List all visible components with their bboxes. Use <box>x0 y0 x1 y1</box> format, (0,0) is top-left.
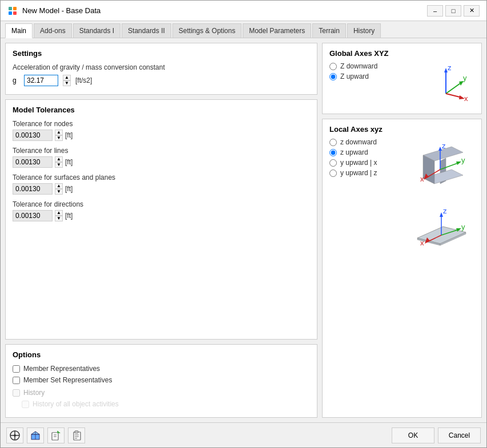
local-z-up-label: z upward <box>340 148 368 156</box>
clipboard-icon-btn[interactable] <box>68 427 85 443</box>
tab-main[interactable]: Main <box>5 23 33 38</box>
tol-spin-down-3[interactable]: ▼ <box>55 216 63 221</box>
bottom-icons <box>6 427 85 443</box>
tolerance-spinner-2: ▲ ▼ <box>55 183 63 195</box>
history-label: History <box>23 389 45 397</box>
local-z-down-label: z downward <box>340 138 377 146</box>
export-icon-btn[interactable] <box>47 427 65 443</box>
gravity-unit: [ft/s2] <box>75 76 92 84</box>
tol-spin-down-0[interactable]: ▼ <box>55 135 63 141</box>
gravity-label: Acceleration of gravity / mass conversio… <box>13 63 310 71</box>
tab-settings[interactable]: Settings & Options <box>172 23 242 38</box>
member-set-reps-label: Member Set Representatives <box>23 376 112 384</box>
tolerance-input-1[interactable] <box>13 156 53 168</box>
model-icon <box>30 430 41 441</box>
history-checkbox[interactable] <box>13 389 20 397</box>
local-y-up-x-radio[interactable] <box>329 159 337 167</box>
local-y-up-x-label: y upward | x <box>340 159 377 167</box>
minimize-button[interactable]: – <box>427 5 443 17</box>
tolerance-row-0: Tolerance for nodes ▲ ▼ [ft] <box>13 120 310 141</box>
tab-standards1[interactable]: Standards I <box>73 23 120 38</box>
close-button[interactable]: ✕ <box>464 5 480 17</box>
tab-terrain[interactable]: Terrain <box>312 23 346 38</box>
local-z-up-radio[interactable] <box>329 149 337 156</box>
checkbox-history-all: History of all object activities <box>22 400 310 408</box>
tol-spin-up-1[interactable]: ▲ <box>55 156 63 162</box>
svg-text:x: x <box>420 239 424 247</box>
maximize-button[interactable]: □ <box>445 5 461 17</box>
global-z-down-label: Z downward <box>340 62 377 70</box>
svg-text:z: z <box>443 207 447 215</box>
tab-history[interactable]: History <box>347 23 381 38</box>
history-all-checkbox[interactable] <box>22 401 29 408</box>
tolerance-unit-2: [ft] <box>65 185 73 193</box>
svg-rect-0 <box>9 7 12 10</box>
global-z-down-radio[interactable] <box>329 63 337 70</box>
svg-rect-1 <box>13 7 17 10</box>
svg-text:y: y <box>463 74 467 82</box>
gravity-field-row: g ▲ ▼ [ft/s2] <box>13 75 310 86</box>
tolerance-unit-3: [ft] <box>65 212 73 220</box>
local-axes-section: Local Axes xyz z downward z upward <box>322 119 482 418</box>
gravity-spinner: ▲ ▼ <box>63 75 71 86</box>
member-reps-checkbox[interactable] <box>13 365 20 373</box>
title-bar-left: New Model - Base Data <box>7 6 100 16</box>
tolerance-input-0[interactable] <box>13 130 53 141</box>
tol-spin-up-0[interactable]: ▲ <box>55 130 63 135</box>
checkbox-history: History <box>13 389 310 397</box>
tol-spin-up-3[interactable]: ▲ <box>55 210 63 216</box>
local-z-down-radio[interactable] <box>329 139 337 146</box>
local-y-up-z-radio[interactable] <box>329 169 337 177</box>
global-z-up-radio[interactable] <box>329 73 337 80</box>
tolerance-input-2[interactable] <box>13 183 53 195</box>
history-all-label: History of all object activities <box>33 400 119 408</box>
coordinates-icon-btn[interactable] <box>6 427 23 443</box>
gravity-spin-down[interactable]: ▼ <box>63 80 71 86</box>
gravity-input[interactable] <box>24 75 58 86</box>
tolerances-section: Model Tolerances Tolerance for nodes ▲ ▼… <box>5 99 317 340</box>
left-panel: Settings Acceleration of gravity / mass … <box>5 43 317 418</box>
checkbox-member-set-reps: Member Set Representatives <box>13 376 310 384</box>
tab-bar: Main Add-ons Standards I Standards II Se… <box>1 21 486 38</box>
window-title: New Model - Base Data <box>22 6 100 15</box>
svg-rect-3 <box>13 11 17 15</box>
svg-text:y: y <box>461 156 465 164</box>
tol-spin-down-2[interactable]: ▼ <box>55 189 63 195</box>
app-icon <box>7 6 18 16</box>
tol-spin-up-2[interactable]: ▲ <box>55 183 63 189</box>
svg-text:x: x <box>464 94 468 102</box>
tolerance-input-3[interactable] <box>13 210 53 221</box>
gravity-spin-up[interactable]: ▲ <box>63 75 71 80</box>
local-y-up-x-row: y upward | x <box>329 159 409 167</box>
tol-spin-down-1[interactable]: ▼ <box>55 162 63 168</box>
global-z-up-label: Z upward <box>340 72 369 80</box>
member-reps-label: Member Representatives <box>23 365 100 373</box>
clipboard-icon <box>71 430 82 441</box>
tab-standards2[interactable]: Standards II <box>122 23 171 38</box>
local-y-up-z-label: y upward | z <box>340 169 377 177</box>
member-set-reps-checkbox[interactable] <box>13 377 20 384</box>
model-icon-btn[interactable] <box>27 427 44 443</box>
tab-model-params[interactable]: Model Parameters <box>243 23 311 38</box>
local-diagrams: z y x <box>409 138 474 258</box>
global-axes-title: Global Axes XYZ <box>329 49 474 58</box>
title-bar: New Model - Base Data – □ ✕ <box>1 1 486 21</box>
right-panel: Global Axes XYZ Z downward Z upward <box>322 43 482 418</box>
tab-addons[interactable]: Add-ons <box>34 23 72 38</box>
cancel-button[interactable]: Cancel <box>438 427 481 443</box>
tolerance-row-1: Tolerance for lines ▲ ▼ [ft] <box>13 147 310 168</box>
tolerance-spinner-0: ▲ ▼ <box>55 130 63 141</box>
tolerance-label-0: Tolerance for nodes <box>13 120 310 128</box>
plane-diagram-svg: z y x <box>409 201 474 258</box>
tolerances-title: Model Tolerances <box>13 106 310 114</box>
svg-marker-21 <box>456 162 461 165</box>
bottom-buttons: OK Cancel <box>392 427 481 443</box>
main-window: New Model - Base Data – □ ✕ Main Add-ons… <box>0 0 487 448</box>
svg-text:z: z <box>442 142 446 150</box>
ok-button[interactable]: OK <box>392 427 434 443</box>
global-axes-content: Z downward Z upward z <box>329 62 474 108</box>
svg-point-41 <box>14 434 16 437</box>
local-axes-title: Local Axes xyz <box>329 125 474 134</box>
global-axes-svg: z y x <box>423 62 469 102</box>
title-controls: – □ ✕ <box>427 5 480 17</box>
